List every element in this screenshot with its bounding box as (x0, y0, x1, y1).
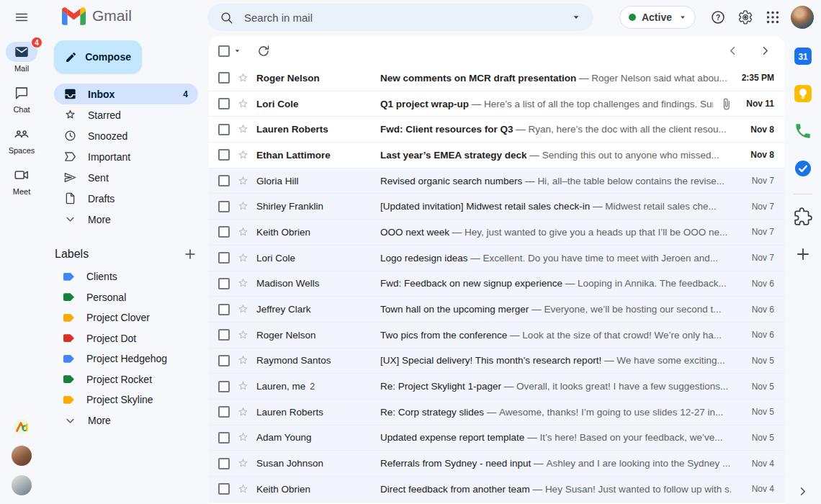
email-row[interactable]: Keith Obrien Direct feedback from anothe… (209, 477, 785, 503)
sidebar-label-clients[interactable]: Clients (54, 266, 198, 287)
row-checkbox[interactable] (218, 432, 230, 444)
row-checkbox[interactable] (218, 98, 230, 109)
tri-down-icon[interactable] (570, 12, 582, 23)
chevron-right-icon[interactable] (796, 485, 809, 498)
row-checkbox[interactable] (218, 124, 230, 135)
star-gray-icon[interactable] (236, 456, 250, 470)
email-row[interactable]: Lauren Roberts Re: Corp strategy slides … (209, 400, 785, 426)
sidebar-item-more[interactable]: More (54, 209, 198, 230)
search-bar[interactable] (207, 4, 593, 31)
star-gray-icon[interactable] (236, 97, 250, 111)
row-checkbox[interactable] (218, 149, 230, 161)
star-gray-icon[interactable] (236, 405, 250, 419)
sidebar-item-important[interactable]: Important (54, 146, 198, 167)
plus-icon[interactable] (794, 245, 812, 264)
tri-down-icon[interactable] (233, 46, 242, 55)
email-row[interactable]: Susan Johnson Referrals from Sydney - ne… (209, 451, 785, 477)
star-gray-icon[interactable] (236, 302, 250, 316)
email-row[interactable]: Roger Nelson Two pics from the conferenc… (209, 323, 785, 348)
menu-icon[interactable] (13, 9, 30, 25)
sidebar-label-project-rocket[interactable]: Project Rocket (54, 369, 198, 390)
plus-icon[interactable] (182, 246, 198, 262)
sidebar-label-project-skyline[interactable]: Project Skyline (54, 390, 198, 410)
star-gray-icon[interactable] (236, 122, 250, 136)
row-checkbox[interactable] (218, 483, 230, 495)
email-row[interactable]: Adam Young Updated expense report templa… (209, 426, 785, 451)
labels-more[interactable]: More (54, 410, 198, 431)
sidebar-item-inbox[interactable]: Inbox 4 (54, 84, 198, 104)
help-button[interactable]: ? (704, 6, 732, 29)
star-gray-icon[interactable] (236, 148, 250, 162)
email-row[interactable]: Keith Obrien OOO next week — Hey, just w… (209, 220, 785, 246)
sidebar-item-snoozed[interactable]: Snoozed (54, 125, 198, 146)
email-sender: Roger Nelson (256, 73, 380, 84)
row-checkbox[interactable] (218, 201, 230, 212)
contact-avatar[interactable] (12, 475, 32, 495)
email-row[interactable]: Gloria Hill Revised organic search numbe… (209, 168, 785, 194)
email-row[interactable]: Ethan Lattimore Last year’s EMEA strateg… (209, 143, 785, 168)
email-row[interactable]: Lauren, me2 Re: Project Skylight 1-pager… (209, 374, 785, 400)
status-label: Active (642, 12, 672, 23)
sidebar-label-project-dot[interactable]: Project Dot (54, 328, 198, 349)
row-checkbox[interactable] (218, 252, 230, 264)
keep-icon[interactable] (794, 84, 812, 103)
row-checkbox[interactable] (218, 175, 230, 186)
contact-avatar[interactable] (12, 446, 32, 466)
row-checkbox[interactable] (218, 304, 230, 315)
email-row[interactable]: Raymond Santos [UX] Special delivery! Th… (209, 348, 785, 374)
search-input[interactable] (244, 12, 570, 24)
row-checkbox[interactable] (218, 406, 230, 418)
star-gray-icon[interactable] (236, 251, 250, 265)
email-subject-snippet: Fwd: Feedback on new signup experience —… (380, 278, 731, 289)
star-gray-icon[interactable] (236, 328, 250, 342)
account-avatar[interactable] (791, 6, 814, 29)
star-gray-icon[interactable] (236, 199, 250, 213)
sidebar-item-starred[interactable]: Starred (54, 104, 198, 125)
row-checkbox[interactable] (218, 278, 230, 289)
email-row[interactable]: Jeffrey Clark Town hall on the upcoming … (209, 297, 785, 323)
calendar-icon[interactable]: 31 (794, 47, 812, 66)
email-row[interactable]: Shirley Franklin [Updated invitation] Mi… (209, 194, 785, 220)
star-gray-icon[interactable] (236, 431, 250, 444)
search-icon[interactable] (219, 10, 234, 25)
email-row[interactable]: Roger Nelson New comments on MCR draft p… (209, 66, 785, 91)
email-row[interactable]: Madison Wells Fwd: Feedback on new signu… (209, 271, 785, 297)
row-checkbox[interactable] (218, 329, 230, 341)
email-row[interactable]: Lauren Roberts Fwd: Client resources for… (209, 117, 785, 143)
sidebar-label-project-hedgehog[interactable]: Project Hedgehog (54, 348, 198, 369)
chevron-left-icon[interactable] (726, 44, 740, 58)
sidebar-label-project-clover[interactable]: Project Clover (54, 307, 198, 328)
tasks-icon[interactable] (794, 159, 812, 178)
row-checkbox[interactable] (218, 355, 230, 366)
row-checkbox[interactable] (218, 381, 230, 392)
row-checkbox[interactable] (218, 458, 230, 469)
rail-item-meet[interactable]: Meet (6, 165, 37, 196)
select-all-checkbox[interactable] (218, 45, 230, 57)
apps-button[interactable] (759, 6, 786, 29)
star-gray-icon[interactable] (236, 379, 250, 393)
puzzle-icon[interactable] (794, 207, 812, 226)
sidebar-label-personal[interactable]: Personal (54, 287, 198, 308)
star-gray-icon[interactable] (236, 174, 250, 188)
rail-item-spaces[interactable]: Spaces (6, 124, 37, 155)
email-row[interactable]: Lori Cole Q1 project wrap-up — Here’s a … (209, 91, 785, 117)
refresh-icon[interactable] (256, 44, 271, 58)
star-gray-icon[interactable] (236, 225, 250, 239)
tri-down-icon (678, 12, 688, 22)
star-gray-icon[interactable] (236, 354, 250, 367)
voice-icon[interactable] (794, 122, 812, 140)
row-checkbox[interactable] (218, 226, 230, 238)
chevron-right-icon[interactable] (758, 44, 772, 58)
star-gray-icon[interactable] (236, 276, 250, 290)
email-row[interactable]: Lori Cole Logo redesign ideas — Excellen… (209, 246, 785, 271)
star-gray-icon[interactable] (236, 71, 250, 85)
sidebar-item-sent[interactable]: Sent (54, 167, 198, 188)
status-selector[interactable]: Active (619, 6, 696, 29)
star-gray-icon[interactable] (236, 482, 250, 496)
rail-item-mail[interactable]: 4 Mail (6, 42, 37, 73)
rail-item-chat[interactable]: Chat (6, 83, 37, 114)
sidebar-item-drafts[interactable]: Drafts (54, 188, 198, 209)
row-checkbox[interactable] (218, 72, 230, 84)
settings-button[interactable] (732, 6, 759, 29)
compose-button[interactable]: Compose (54, 40, 142, 73)
